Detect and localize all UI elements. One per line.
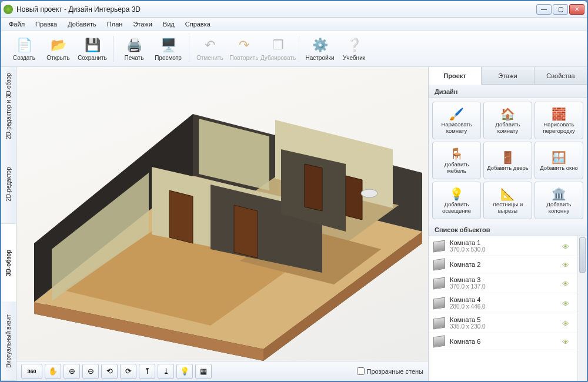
- tab-2d[interactable]: 2D-редактор: [1, 145, 16, 224]
- app-window: Новый проект - Дизайн Интерьера 3D — ▢ ✕…: [1, 1, 587, 381]
- menu-plan[interactable]: План: [103, 19, 127, 29]
- design-tools-grid: 🖌️Нарисовать комнату 🏠Добавить комнату 🧱…: [429, 98, 587, 223]
- draw-room-button[interactable]: 🖌️Нарисовать комнату: [432, 102, 481, 139]
- lighting-button[interactable]: 💡: [176, 364, 193, 379]
- svg-marker-11: [169, 190, 193, 243]
- room-cube-icon: [433, 259, 445, 271]
- save-button[interactable]: 💾Сохранить: [75, 33, 109, 65]
- svg-marker-12: [234, 205, 258, 258]
- tab-project[interactable]: Проект: [429, 67, 482, 85]
- tab-properties[interactable]: Свойства: [534, 67, 587, 84]
- tab-virtual[interactable]: Виртуальный визит: [1, 302, 16, 381]
- design-section-title: Дизайн: [429, 85, 587, 98]
- tab-3d[interactable]: 3D-обзор: [1, 224, 16, 303]
- object-row[interactable]: Комната 4280.0 x 446.0👁: [429, 293, 577, 313]
- pan-button[interactable]: ✋: [45, 364, 61, 379]
- undo-button[interactable]: ↶Отменить: [193, 33, 227, 65]
- menu-edit[interactable]: Правка: [31, 19, 61, 29]
- visibility-eye-icon[interactable]: 👁: [562, 338, 573, 345]
- objects-section-title: Список объектов: [429, 223, 587, 236]
- window-title: Новый проект - Дизайн Интерьера 3D: [16, 5, 536, 14]
- tilt-up-button[interactable]: ⤒: [139, 364, 155, 379]
- object-row[interactable]: Комната 2👁: [429, 256, 577, 273]
- toolbar-separator: [299, 36, 299, 62]
- close-button[interactable]: ✕: [569, 4, 584, 15]
- orbit-right-button[interactable]: ⟳: [120, 364, 136, 379]
- menu-help[interactable]: Справка: [181, 19, 215, 29]
- tilt-down-button[interactable]: ⤓: [158, 364, 174, 379]
- add-window-button[interactable]: 🪟Добавить окно: [534, 142, 583, 179]
- tab-2d-3d[interactable]: 2D-редактор и 3D-обзор: [1, 67, 16, 145]
- pencil-room-icon: 🖌️: [449, 106, 464, 122]
- toolbar-separator: [113, 36, 113, 62]
- object-name: Комната 4: [450, 296, 562, 303]
- lightbulb-icon: 💡: [449, 186, 464, 202]
- object-list-scrollbar[interactable]: [577, 236, 587, 381]
- room-cube-icon: [433, 317, 445, 329]
- left-tab-strip: 2D-редактор и 3D-обзор 2D-редактор 3D-об…: [1, 67, 16, 381]
- object-row[interactable]: Комната 1370.0 x 530.0👁: [429, 236, 577, 256]
- visibility-eye-icon[interactable]: 👁: [562, 261, 573, 268]
- visibility-eye-icon[interactable]: 👁: [562, 300, 573, 307]
- object-list-container: Комната 1370.0 x 530.0👁Комната 2👁Комната…: [429, 236, 587, 381]
- svg-point-15: [361, 189, 377, 197]
- tutorial-button[interactable]: ❔Учебник: [337, 33, 371, 65]
- visibility-eye-icon[interactable]: 👁: [562, 243, 573, 250]
- grid-button[interactable]: ▦: [195, 364, 212, 379]
- window-controls: — ▢ ✕: [536, 4, 584, 15]
- folder-open-icon: 📂: [49, 36, 67, 54]
- object-name: Комната 6: [450, 338, 562, 345]
- canvas-area: 360 ✋ ⊕ ⊖ ⟲ ⟳ ⤒ ⤓ 💡 ▦ Прозрачные стены: [16, 67, 428, 381]
- help-icon: ❔: [345, 36, 363, 54]
- object-dimensions: 280.0 x 446.0: [450, 303, 562, 310]
- svg-marker-14: [346, 176, 362, 220]
- preview-button[interactable]: 🖥️Просмотр: [151, 33, 185, 65]
- object-row[interactable]: Комната 6👁: [429, 333, 577, 350]
- main-toolbar: 📄Создать 📂Открыть 💾Сохранить 🖨️Печать 🖥️…: [1, 31, 587, 67]
- object-dimensions: 370.0 x 137.0: [450, 283, 562, 290]
- window-icon: 🪟: [552, 150, 566, 165]
- object-row[interactable]: Комната 5335.0 x 230.0👁: [429, 313, 577, 333]
- duplicate-button[interactable]: ❐Дублировать: [261, 33, 295, 65]
- add-room-button[interactable]: 🏠Добавить комнату: [483, 102, 532, 139]
- redo-icon: ↷: [235, 36, 253, 54]
- zoom-out-button[interactable]: ⊖: [82, 364, 99, 379]
- scrollbar-thumb[interactable]: [579, 237, 586, 273]
- rotate-360-button[interactable]: 360: [21, 364, 42, 379]
- open-button[interactable]: 📂Открыть: [41, 33, 75, 65]
- menu-floors[interactable]: Этажи: [129, 19, 156, 29]
- visibility-eye-icon[interactable]: 👁: [562, 280, 573, 287]
- workarea: 2D-редактор и 3D-обзор 2D-редактор 3D-об…: [1, 67, 587, 381]
- create-button[interactable]: 📄Создать: [7, 33, 41, 65]
- orbit-left-button[interactable]: ⟲: [101, 364, 118, 379]
- stairs-button[interactable]: 📐Лестницы и вырезы: [483, 182, 532, 219]
- transparent-walls-input[interactable]: [357, 367, 365, 375]
- settings-button[interactable]: ⚙️Настройки: [303, 33, 337, 65]
- menu-add[interactable]: Добавить: [64, 19, 101, 29]
- object-name: Комната 2: [450, 261, 562, 268]
- transparent-walls-checkbox[interactable]: Прозрачные стены: [357, 367, 423, 375]
- add-door-button[interactable]: 🚪Добавить дверь: [483, 142, 532, 179]
- room-cube-icon: [433, 240, 445, 252]
- minimize-button[interactable]: —: [536, 4, 552, 15]
- visibility-eye-icon[interactable]: 👁: [562, 320, 573, 327]
- add-light-button[interactable]: 💡Добавить освещение: [432, 182, 481, 219]
- object-name: Комната 3: [450, 276, 562, 283]
- object-list[interactable]: Комната 1370.0 x 530.0👁Комната 2👁Комната…: [429, 236, 577, 381]
- object-row[interactable]: Комната 3370.0 x 137.0👁: [429, 273, 577, 293]
- maximize-button[interactable]: ▢: [553, 4, 568, 15]
- new-file-icon: 📄: [15, 36, 33, 54]
- tab-floors[interactable]: Этажи: [482, 67, 534, 84]
- menu-file[interactable]: Файл: [5, 19, 29, 29]
- redo-button[interactable]: ↷Повторить: [227, 33, 261, 65]
- add-room-icon: 🏠: [500, 106, 515, 122]
- zoom-in-button[interactable]: ⊕: [64, 364, 80, 379]
- print-button[interactable]: 🖨️Печать: [117, 33, 151, 65]
- add-furniture-button[interactable]: 🪑Добавить мебель: [432, 142, 481, 179]
- add-column-button[interactable]: 🏛️Добавить колонну: [534, 182, 583, 219]
- draw-wall-button[interactable]: 🧱Нарисовать перегородку: [534, 102, 583, 139]
- column-icon: 🏛️: [552, 186, 566, 202]
- 3d-viewport[interactable]: [16, 67, 428, 361]
- object-dimensions: 335.0 x 230.0: [450, 323, 562, 330]
- menu-view[interactable]: Вид: [159, 19, 179, 29]
